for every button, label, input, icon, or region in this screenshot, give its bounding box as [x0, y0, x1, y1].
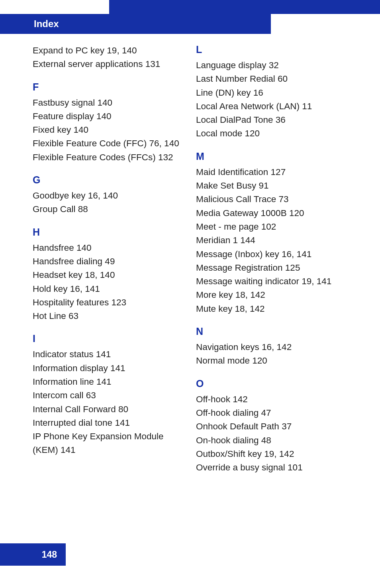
index-entry[interactable]: Indicator status 141 — [33, 348, 184, 361]
index-entry[interactable]: Mute key 18, 142 — [196, 302, 347, 315]
index-letter-f: F — [33, 81, 184, 93]
index-entry[interactable]: Meet - me page 102 — [196, 220, 347, 233]
index-entry[interactable]: Expand to PC key 19, 140 — [33, 44, 184, 57]
index-entry[interactable]: Intercom call 63 — [33, 389, 184, 402]
index-entry[interactable]: Information display 141 — [33, 362, 184, 375]
index-entry[interactable]: More key 18, 142 — [196, 288, 347, 301]
index-entry[interactable]: On-hook dialing 48 — [196, 434, 347, 447]
page-number: 148 — [42, 549, 57, 560]
index-entry[interactable]: Handsfree 140 — [33, 241, 184, 254]
index-entry[interactable]: Local DialPad Tone 36 — [196, 113, 347, 126]
index-entry[interactable]: IP Phone Key Expansion Module (KEM) 141 — [33, 430, 184, 456]
index-letter-n: N — [196, 326, 347, 337]
header-title: Index — [34, 18, 59, 29]
index-entry[interactable]: Fixed key 140 — [33, 123, 184, 136]
index-entry[interactable]: Onhook Default Path 37 — [196, 420, 347, 433]
index-entry[interactable]: Information line 141 — [33, 375, 184, 388]
index-entry[interactable]: Interrupted dial tone 141 — [33, 416, 184, 429]
header-bar: Index — [0, 14, 271, 34]
index-entry[interactable]: Headset key 18, 140 — [33, 268, 184, 281]
index-entry[interactable]: Off-hook 142 — [196, 393, 347, 406]
index-entry[interactable]: Media Gateway 1000B 120 — [196, 206, 347, 220]
index-entry[interactable]: Flexible Feature Code (FFC) 76, 140 — [33, 137, 184, 150]
index-entry[interactable]: Message Registration 125 — [196, 261, 347, 274]
index-entry[interactable]: Handsfree dialing 49 — [33, 255, 184, 268]
index-entry[interactable]: Internal Call Forward 80 — [33, 403, 184, 416]
index-entry[interactable]: Last Number Redial 60 — [196, 72, 347, 85]
index-entry[interactable]: Line (DN) key 16 — [196, 86, 347, 99]
index-entry[interactable]: Override a busy signal 101 — [196, 461, 347, 474]
index-entry[interactable]: Hot Line 63 — [33, 309, 184, 323]
index-letter-o: O — [196, 378, 347, 389]
index-letter-m: M — [196, 151, 347, 162]
index-entry[interactable]: External server applications 131 — [33, 57, 184, 71]
index-entry[interactable]: Malicious Call Trace 73 — [196, 193, 347, 206]
index-entry[interactable]: Off-hook dialing 47 — [196, 406, 347, 419]
index-letter-g: G — [33, 174, 184, 186]
index-entry[interactable]: Outbox/Shift key 19, 142 — [196, 447, 347, 460]
right-column: LLanguage display 32Last Number Redial 6… — [196, 44, 347, 474]
index-entry[interactable]: Fastbusy signal 140 — [33, 96, 184, 109]
index-entry[interactable]: Local mode 120 — [196, 127, 347, 140]
page-footer: 148 — [0, 543, 66, 566]
index-entry[interactable]: Hold key 16, 141 — [33, 282, 184, 295]
index-entry[interactable]: Make Set Busy 91 — [196, 179, 347, 192]
index-entry[interactable]: Group Call 88 — [33, 203, 184, 216]
index-letter-i: I — [33, 333, 184, 344]
index-entry[interactable]: Maid Identification 127 — [196, 165, 347, 179]
index-entry[interactable]: Local Area Network (LAN) 11 — [196, 100, 347, 113]
index-entry[interactable]: Language display 32 — [196, 59, 347, 72]
index-entry[interactable]: Feature display 140 — [33, 110, 184, 123]
index-entry[interactable]: Flexible Feature Codes (FFCs) 132 — [33, 151, 184, 164]
index-letter-l: L — [196, 44, 347, 55]
index-entry[interactable]: Meridian 1 144 — [196, 234, 347, 247]
index-entry[interactable]: Goodbye key 16, 140 — [33, 189, 184, 202]
left-column: Expand to PC key 19, 140External server … — [33, 44, 184, 474]
index-entry[interactable]: Message (Inbox) key 16, 141 — [196, 248, 347, 261]
content-area: Expand to PC key 19, 140External server … — [33, 44, 347, 474]
index-entry[interactable]: Hospitality features 123 — [33, 296, 184, 309]
top-banner — [109, 0, 380, 14]
index-entry[interactable]: Message waiting indicator 19, 141 — [196, 275, 347, 288]
index-entry[interactable]: Navigation keys 16, 142 — [196, 340, 347, 354]
index-letter-h: H — [33, 226, 184, 238]
index-entry[interactable]: Normal mode 120 — [196, 354, 347, 367]
